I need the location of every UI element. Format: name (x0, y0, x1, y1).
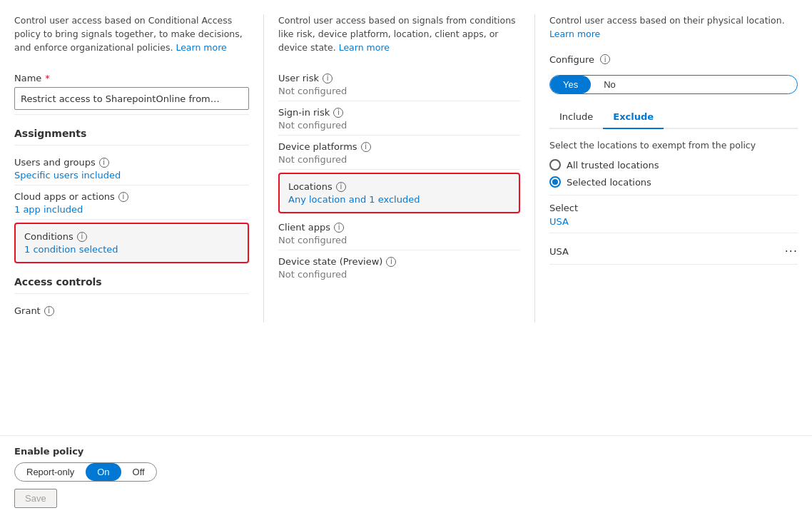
enable-policy-label: Enable policy (14, 446, 798, 457)
client-apps-row: Client apps i Not configured (278, 216, 520, 250)
configure-label: Configure (549, 54, 594, 65)
name-field-row: Name * Restrict access to SharepointOnli… (14, 67, 249, 115)
save-button[interactable]: Save (14, 489, 57, 508)
cloud-apps-value[interactable]: 1 app included (14, 204, 249, 215)
off-button[interactable]: Off (121, 463, 156, 481)
signin-risk-info-icon[interactable]: i (333, 108, 343, 118)
left-panel: Control user access based on Conditional… (0, 14, 264, 323)
grant-label: Grant i (14, 305, 249, 316)
users-groups-row: Users and groups i Specific users includ… (14, 151, 249, 186)
device-platforms-label: Device platforms i (278, 141, 520, 152)
conditions-box[interactable]: Conditions i 1 condition selected (14, 223, 249, 263)
device-state-info-icon[interactable]: i (386, 257, 396, 267)
locations-label: Locations i (288, 181, 510, 192)
all-trusted-radio[interactable] (549, 159, 561, 171)
device-state-value: Not configured (278, 269, 520, 280)
device-state-row: Device state (Preview) i Not configured (278, 250, 520, 284)
device-platforms-info-icon[interactable]: i (361, 142, 371, 152)
selected-item-label: USA (549, 246, 569, 257)
name-input[interactable]: Restrict access to SharepointOnline from… (14, 87, 249, 110)
grant-info-icon[interactable]: i (44, 306, 54, 316)
user-risk-row: User risk i Not configured (278, 67, 520, 101)
conditions-label: Conditions i (24, 231, 239, 242)
include-exclude-tabs: Include Exclude (549, 106, 798, 129)
name-label: Name * (14, 73, 249, 83)
locations-value[interactable]: Any location and 1 excluded (288, 194, 510, 205)
configure-info-icon[interactable]: i (600, 54, 610, 64)
mid-description: Control user access based on signals fro… (278, 14, 520, 54)
assignments-title: Assignments (14, 128, 249, 139)
select-divider (549, 233, 798, 233)
access-controls-title: Access controls (14, 276, 249, 288)
cloud-apps-info-icon[interactable]: i (118, 192, 128, 202)
users-groups-label: Users and groups i (14, 157, 249, 168)
mid-learn-more-link[interactable]: Learn more (339, 42, 390, 53)
conditions-value[interactable]: 1 condition selected (24, 244, 239, 255)
radio-divider (549, 195, 798, 195)
device-state-label: Device state (Preview) i (278, 256, 520, 267)
user-risk-value: Not configured (278, 86, 520, 96)
left-description: Control user access based on Conditional… (14, 14, 249, 54)
include-tab[interactable]: Include (549, 106, 603, 129)
select-label: Select (549, 203, 798, 213)
device-platforms-row: Device platforms i Not configured (278, 136, 520, 170)
right-description: Control user access based on their physi… (549, 14, 798, 41)
location-radio-group: All trusted locations Selected locations (549, 159, 798, 188)
report-only-button[interactable]: Report-only (15, 463, 86, 481)
grant-row: Grant i (14, 300, 249, 323)
user-risk-label: User risk i (278, 73, 520, 83)
signin-risk-value: Not configured (278, 120, 520, 131)
cloud-apps-label: Cloud apps or actions i (14, 191, 249, 202)
exempt-text: Select the locations to exempt from the … (549, 139, 798, 153)
all-trusted-label: All trusted locations (567, 160, 659, 171)
selected-item-row: USA ··· (549, 239, 798, 265)
cloud-apps-row: Cloud apps or actions i 1 app included (14, 186, 249, 220)
locations-box[interactable]: Locations i Any location and 1 excluded (278, 173, 520, 213)
bottom-bar: Enable policy Report-only On Off Save (0, 435, 812, 518)
configure-row: Configure i (549, 54, 798, 65)
yes-no-toggle[interactable]: Yes No (549, 75, 798, 94)
client-apps-label: Client apps i (278, 222, 520, 233)
client-apps-info-icon[interactable]: i (334, 223, 344, 233)
three-dots-menu[interactable]: ··· (785, 245, 798, 258)
assignments-divider (14, 145, 249, 146)
yes-button[interactable]: Yes (550, 76, 591, 93)
name-required: * (45, 73, 50, 83)
select-value-link[interactable]: USA (549, 216, 798, 227)
right-panel: Control user access based on their physi… (535, 14, 812, 323)
selected-locations-radio[interactable] (549, 176, 561, 188)
locations-info-icon[interactable]: i (336, 182, 346, 192)
conditions-info-icon[interactable]: i (77, 232, 87, 242)
device-platforms-value: Not configured (278, 154, 520, 165)
right-learn-more-link[interactable]: Learn more (549, 29, 600, 39)
all-trusted-radio-row[interactable]: All trusted locations (549, 159, 798, 171)
users-groups-info-icon[interactable]: i (99, 158, 109, 168)
on-button[interactable]: On (86, 463, 121, 481)
policy-toggle-group[interactable]: Report-only On Off (14, 462, 157, 482)
selected-locations-radio-row[interactable]: Selected locations (549, 176, 798, 188)
left-learn-more-link[interactable]: Learn more (176, 42, 226, 53)
client-apps-value: Not configured (278, 235, 520, 245)
selected-locations-label: Selected locations (567, 177, 651, 188)
signin-risk-label: Sign-in risk i (278, 107, 520, 118)
mid-panel: Control user access based on signals fro… (264, 14, 535, 323)
exclude-tab[interactable]: Exclude (603, 106, 664, 129)
signin-risk-row: Sign-in risk i Not configured (278, 101, 520, 136)
users-groups-value[interactable]: Specific users included (14, 170, 249, 181)
no-button[interactable]: No (591, 76, 629, 93)
access-controls-divider (14, 293, 249, 294)
user-risk-info-icon[interactable]: i (323, 73, 333, 83)
